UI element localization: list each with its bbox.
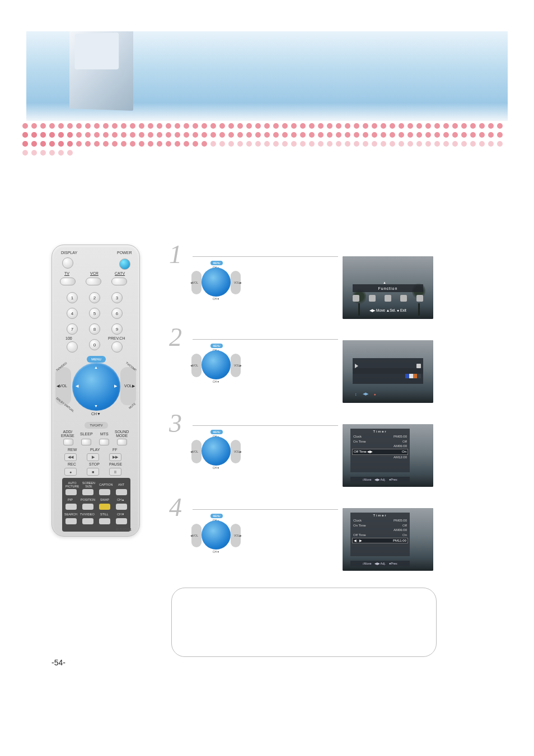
nav-up-icon: ▲ xyxy=(94,365,98,369)
label-display: DISPLAY xyxy=(61,251,77,255)
position-button[interactable] xyxy=(82,504,93,510)
page: DISPLAY POWER TV VCR CATV 1 2 3 4 5 6 7 … xyxy=(0,0,534,756)
ch-up-button[interactable] xyxy=(116,504,127,510)
dot xyxy=(399,132,404,138)
num-7[interactable]: 7 xyxy=(67,323,78,335)
num-8[interactable]: 8 xyxy=(89,323,100,335)
dot xyxy=(255,132,261,138)
dot xyxy=(291,141,297,147)
ch-down-button[interactable] xyxy=(116,518,127,524)
mini-chv: CH▼ xyxy=(213,550,219,553)
caption-button[interactable] xyxy=(99,489,110,495)
dot xyxy=(175,132,180,138)
power-button[interactable] xyxy=(119,259,130,270)
menu-button[interactable]: MENU xyxy=(87,356,106,363)
remote-model: R-52D04 xyxy=(116,528,132,532)
prevch-button[interactable] xyxy=(111,341,123,353)
segment-icon xyxy=(405,374,421,378)
dot xyxy=(282,123,288,129)
num-2[interactable]: 2 xyxy=(89,292,100,303)
tvcatv-button[interactable]: TV/CATV xyxy=(85,422,108,429)
screen-size-button[interactable] xyxy=(82,489,93,495)
label-screen-size: SCREEN SIZE xyxy=(82,481,95,488)
dot xyxy=(58,132,64,138)
menu-row: Off TimeOn xyxy=(352,533,408,538)
play-button[interactable]: ▶ xyxy=(87,453,99,461)
label-tvvideo-bb: TV/VIDEO xyxy=(80,513,95,516)
auto-picture-button[interactable] xyxy=(65,489,77,495)
num-0[interactable]: 0 xyxy=(89,339,100,350)
dot xyxy=(318,132,324,138)
dot xyxy=(40,132,46,138)
label-volr: VOL▶ xyxy=(124,384,135,388)
dot xyxy=(416,141,422,147)
num-4[interactable]: 4 xyxy=(67,308,78,319)
tv-mode-button[interactable] xyxy=(60,278,76,285)
pip-button[interactable] xyxy=(65,504,77,510)
dot xyxy=(157,141,162,147)
label-catv: CATV xyxy=(115,271,125,275)
dot xyxy=(300,132,306,138)
dot xyxy=(40,123,46,129)
dot xyxy=(130,123,135,129)
nav-pad[interactable]: ▲ ▼ ◀ ▶ xyxy=(72,363,120,411)
dot xyxy=(112,141,118,147)
num-3[interactable]: 3 xyxy=(111,292,123,303)
search-button[interactable] xyxy=(65,518,77,524)
rec-button[interactable]: ● xyxy=(64,468,77,476)
updown-icon: ↕ xyxy=(355,392,357,396)
dot xyxy=(363,141,368,147)
dot xyxy=(381,123,386,129)
dot xyxy=(210,132,216,138)
dot xyxy=(121,141,127,147)
num-1[interactable]: 1 xyxy=(67,292,78,303)
vcr-mode-button[interactable] xyxy=(86,278,101,285)
swap-button[interactable] xyxy=(99,504,110,510)
label-vcr: VCR xyxy=(90,271,99,275)
sleep-button[interactable] xyxy=(81,439,91,445)
dot xyxy=(390,123,395,129)
pause-button[interactable]: II xyxy=(109,468,121,476)
menu-row: ◀ : ▶PM11:00 xyxy=(352,538,408,544)
osd-dialog-row2 xyxy=(353,368,423,384)
add-erase-button[interactable] xyxy=(63,439,73,445)
dot xyxy=(452,123,458,129)
dot xyxy=(416,132,422,138)
menu-row-value: PM11:00 xyxy=(393,538,406,543)
mts-button[interactable] xyxy=(99,439,109,445)
still-button[interactable] xyxy=(99,518,110,524)
dot xyxy=(372,132,377,138)
ant-button[interactable] xyxy=(116,489,127,495)
stop-button[interactable]: ■ xyxy=(87,468,99,476)
rew-button[interactable]: ◀◀ xyxy=(64,453,77,461)
dot xyxy=(210,141,216,147)
label-auto-picture: AUTO PICTURE xyxy=(65,481,79,488)
menu-row-label: On Time xyxy=(353,523,366,528)
sound-mode-button[interactable] xyxy=(117,439,127,445)
ff-button[interactable]: ▶▶ xyxy=(109,453,121,461)
dot xyxy=(139,123,144,129)
dot xyxy=(166,123,171,129)
page-number: -54- xyxy=(51,658,65,667)
tvvideo-button[interactable] xyxy=(82,518,93,524)
dot xyxy=(246,141,252,147)
menu-row: ClockPM05:00 xyxy=(352,434,408,439)
catv-mode-button[interactable] xyxy=(111,278,127,285)
display-button[interactable] xyxy=(62,257,73,269)
dot xyxy=(22,141,28,147)
dot xyxy=(407,123,413,129)
dot xyxy=(85,132,91,138)
num-6[interactable]: 6 xyxy=(111,308,123,319)
dot xyxy=(193,123,198,129)
num-9[interactable]: 9 xyxy=(111,323,123,335)
mini-volr: VOL▶ xyxy=(234,450,242,453)
dot xyxy=(479,141,485,147)
dot xyxy=(103,123,109,129)
dot xyxy=(336,132,341,138)
hundred-button[interactable] xyxy=(67,341,78,353)
osd-footer: ◀▶ Move ▲Sel. ● Exit xyxy=(348,306,428,316)
mini-voll: ◀VOL xyxy=(190,450,198,453)
menu-row-value: On xyxy=(402,533,407,538)
num-5[interactable]: 5 xyxy=(89,308,100,319)
dot xyxy=(434,123,440,129)
